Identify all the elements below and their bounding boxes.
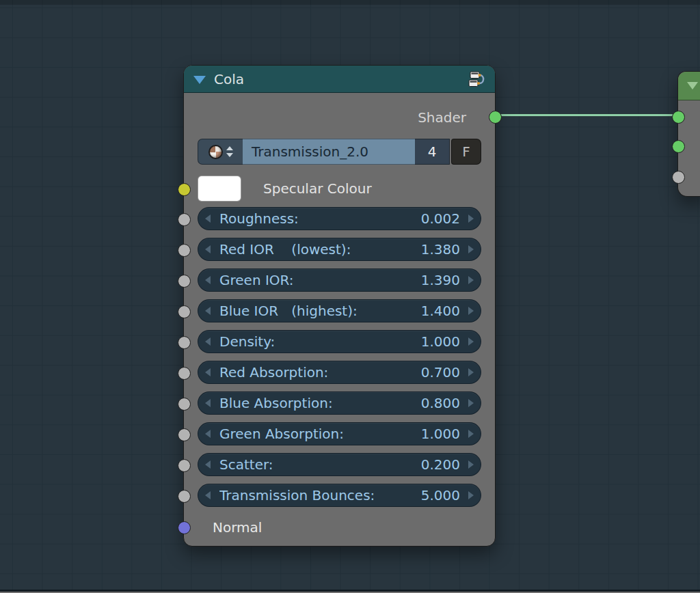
socket-input-blue-absorption[interactable]	[178, 398, 191, 411]
increment-arrow-icon[interactable]	[468, 491, 474, 499]
socket-output-shader[interactable]	[489, 111, 502, 124]
input-label-normal: Normal	[213, 519, 262, 536]
socket-input-blue-ior[interactable]	[178, 305, 191, 318]
material-sphere-icon	[208, 145, 223, 159]
slider-density[interactable]: Density: 1.000	[198, 330, 481, 353]
slider-stack: Roughness: 0.002 Red IOR (lowest): 1.380…	[198, 207, 481, 507]
node-group-icon	[468, 70, 487, 88]
socket-input-value[interactable]	[672, 171, 685, 184]
increment-arrow-icon[interactable]	[468, 399, 474, 407]
collapse-triangle-icon[interactable]	[193, 76, 206, 84]
socket-input-red-absorption[interactable]	[178, 367, 191, 380]
socket-input-transmission-bounces[interactable]	[178, 490, 191, 503]
node-title: Cola	[214, 71, 468, 87]
socket-input-scatter[interactable]	[178, 459, 191, 472]
shader-connection-wire	[496, 114, 679, 116]
increment-arrow-icon[interactable]	[468, 460, 474, 469]
increment-arrow-icon[interactable]	[468, 245, 474, 253]
node-cola[interactable]: Cola Shader	[183, 65, 496, 547]
datablock-name-field[interactable]: Transmission_2.0	[243, 139, 415, 165]
socket-input-density[interactable]	[178, 336, 191, 349]
increment-arrow-icon[interactable]	[468, 337, 474, 346]
decrement-arrow-icon[interactable]	[205, 430, 211, 438]
decrement-arrow-icon[interactable]	[205, 368, 211, 376]
input-label-specular-colour: Specular Colour	[263, 180, 372, 197]
socket-input-green-ior[interactable]	[178, 275, 191, 288]
collapse-triangle-icon[interactable]	[687, 82, 698, 89]
slider-red-ior[interactable]: Red IOR (lowest): 1.380	[198, 238, 481, 261]
socket-input-roughness[interactable]	[178, 213, 191, 226]
color-swatch[interactable]	[198, 176, 241, 202]
node-cola-header[interactable]: Cola	[184, 66, 495, 93]
decrement-arrow-icon[interactable]	[205, 245, 211, 253]
input-row-normal: Normal	[198, 514, 481, 540]
socket-input-specular-colour[interactable]	[178, 183, 191, 196]
slider-blue-absorption[interactable]: Blue Absorption: 0.800	[198, 391, 481, 415]
slider-scatter[interactable]: Scatter: 0.200	[198, 453, 481, 476]
output-label-shader: Shader	[418, 109, 466, 126]
slider-green-ior[interactable]: Green IOR: 1.390	[198, 268, 481, 292]
datablock-user-count[interactable]: 4	[415, 139, 450, 165]
slider-roughness[interactable]: Roughness: 0.002	[198, 207, 481, 230]
decrement-arrow-icon[interactable]	[205, 491, 211, 499]
slider-blue-ior[interactable]: Blue IOR (highest): 1.400	[198, 299, 481, 322]
node-editor-canvas: Cola Shader	[0, 0, 700, 593]
increment-arrow-icon[interactable]	[468, 430, 474, 438]
editor-bottom-edge	[0, 590, 700, 593]
increment-arrow-icon[interactable]	[468, 215, 474, 223]
output-row-shader: Shader	[184, 104, 495, 130]
decrement-arrow-icon[interactable]	[205, 276, 211, 284]
socket-input-red-ior[interactable]	[178, 244, 191, 257]
socket-input-green-absorption[interactable]	[178, 428, 191, 441]
datablock-browse-button[interactable]	[198, 139, 243, 165]
increment-arrow-icon[interactable]	[468, 276, 474, 284]
socket-input-normal[interactable]	[178, 521, 191, 534]
socket-input-shader-2[interactable]	[672, 140, 685, 153]
slider-transmission-bounces[interactable]: Transmission Bounces: 5.000	[198, 484, 481, 507]
slider-red-absorption[interactable]: Red Absorption: 0.700	[198, 361, 481, 384]
decrement-arrow-icon[interactable]	[205, 307, 211, 315]
decrement-arrow-icon[interactable]	[205, 460, 211, 469]
decrement-arrow-icon[interactable]	[205, 215, 211, 223]
decrement-arrow-icon[interactable]	[205, 399, 211, 407]
increment-arrow-icon[interactable]	[468, 307, 474, 315]
decrement-arrow-icon[interactable]	[205, 337, 211, 346]
increment-arrow-icon[interactable]	[468, 368, 474, 376]
node-right-header[interactable]	[678, 72, 700, 100]
slider-green-absorption[interactable]: Green Absorption: 1.000	[198, 422, 481, 445]
browse-updown-arrows-icon[interactable]	[226, 146, 233, 157]
editor-top-edge	[0, 0, 700, 5]
nodegroup-datablock-selector: Transmission_2.0 4 F	[198, 139, 481, 165]
input-row-specular-colour: Specular Colour	[198, 176, 481, 202]
socket-input-shader-1[interactable]	[672, 111, 685, 124]
fake-user-button[interactable]: F	[451, 139, 481, 165]
node-partial-right[interactable]	[677, 71, 700, 197]
